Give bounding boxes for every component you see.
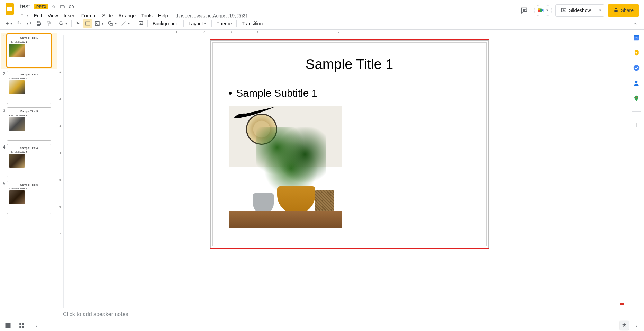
ruler-tick: 7 [59,232,61,235]
vertical-ruler[interactable]: 1 2 3 4 5 6 7 [58,35,64,308]
main-area: 1 Sample Title 1 • Sample Subtitle 1 2 S… [0,30,644,321]
slide-title-text[interactable]: Sample Title 1 [229,56,470,72]
ruler-tick: 2 [203,30,205,34]
svg-point-21 [635,81,637,83]
thumb-subtitle: • Sample Subtitle 5 [9,188,49,190]
stage[interactable]: Sample Title 1 Sample Subtitle 1 [64,35,628,308]
thumb-image [9,154,25,168]
share-label: Share [621,8,634,13]
thumb-subtitle: • Sample Subtitle 4 [9,151,49,153]
pptx-badge: .PPTX [34,4,48,9]
contacts-icon[interactable] [632,79,641,87]
share-button[interactable]: Share [608,4,639,17]
meet-button[interactable]: ▼ [534,5,552,16]
svg-point-20 [633,65,639,71]
paint-format-button[interactable] [44,19,53,28]
select-tool[interactable] [74,19,83,28]
header-bar: test .PPTX ☆ File Edit View Insert Forma… [0,0,644,17]
slide-bullet-text[interactable]: Sample Subtitle 1 [229,87,470,99]
maps-icon[interactable] [632,94,641,102]
cloud-status-icon[interactable] [68,3,75,10]
slide-canvas[interactable]: Sample Title 1 Sample Subtitle 1 [210,39,489,249]
print-button[interactable] [34,19,43,28]
notes-resize-handle[interactable] [336,317,350,321]
theme-button[interactable]: Theme [214,19,235,28]
horizontal-ruler[interactable]: 1 2 3 4 5 6 7 8 9 [58,30,628,35]
plants-graphic [256,127,326,196]
ruler-tick: 2 [59,97,61,100]
zoom-button[interactable]: ▼ [57,19,69,28]
slideshow-label: Slideshow [569,8,591,13]
toolbar: +▼ ▼ ▼ ▼ ▼ Background Layout▼ Theme Tran… [0,17,644,30]
svg-rect-26 [22,323,24,325]
thumb-image [9,80,25,94]
thumb-title: Sample Title 4 [9,146,49,150]
svg-point-14 [108,21,111,24]
slide-image[interactable] [229,106,342,228]
svg-rect-1 [7,7,12,11]
ruler-tick: 7 [338,30,339,34]
slide-thumb-3[interactable]: 3 Sample Title 3 • Sample Subtitle 3 [1,107,57,141]
slides-logo[interactable] [3,2,17,16]
slide-thumb-2[interactable]: 2 Sample Title 2 • Sample Subtitle 2 [1,71,57,104]
comment-button[interactable] [136,19,145,28]
separator [55,20,55,27]
comment-history-icon[interactable] [518,4,530,17]
redo-button[interactable] [25,19,34,28]
ruler-tick: 9 [392,30,393,34]
doc-title[interactable]: test [19,2,31,11]
textbox-tool[interactable] [83,19,92,28]
svg-rect-9 [38,24,40,25]
thumb-title: Sample Title 1 [9,36,49,39]
separator [211,20,212,27]
calendar-icon[interactable]: 31 [632,33,641,42]
thumb-image [9,190,25,204]
table-graphic [229,211,342,228]
image-tool[interactable]: ▼ [93,19,106,28]
star-icon[interactable]: ☆ [50,3,57,10]
chevron-down-icon: ▼ [546,9,549,12]
grid-view-icon[interactable] [19,322,25,330]
slide-number: 3 [1,107,7,113]
separator [147,20,148,27]
separator [632,111,641,112]
hide-filmstrip-icon[interactable]: ‹ [36,323,37,329]
explore-button[interactable] [620,321,629,330]
keep-icon[interactable] [632,48,641,57]
move-icon[interactable] [59,3,66,10]
tasks-icon[interactable] [632,64,641,72]
slide-thumb-1[interactable]: 1 Sample Title 1 • Sample Subtitle 1 [1,33,57,69]
filmstrip-view-icon[interactable] [5,322,11,330]
slide-number: 4 [1,144,7,150]
hide-sidepanel-icon[interactable]: › [632,322,641,330]
svg-point-10 [60,21,62,24]
shape-tool[interactable]: ▼ [106,19,119,28]
scroll-indicator [620,303,624,305]
slide-thumb-5[interactable]: 5 Sample Title 5 • Sample Subtitle 5 [1,181,57,214]
ruler-tick: 1 [176,30,178,34]
slideshow-button[interactable]: Slideshow [556,5,596,16]
svg-point-19 [635,52,637,54]
undo-button[interactable] [15,19,24,28]
new-slide-button[interactable]: +▼ [4,19,14,28]
thumb-title: Sample Title 2 [9,73,49,76]
layout-button[interactable]: Layout▼ [186,19,209,28]
ruler-tick: 1 [59,70,61,73]
separator [71,20,72,27]
thumb-title: Sample Title 3 [9,110,49,113]
collapse-toolbar-button[interactable] [631,19,640,28]
slideshow-dropdown[interactable]: ▼ [596,5,604,16]
slide-thumb-4[interactable]: 4 Sample Title 4 • Sample Subtitle 4 [1,144,57,177]
svg-rect-28 [22,326,24,328]
svg-rect-23 [6,323,7,328]
slide-number: 1 [1,34,7,39]
addons-icon[interactable]: + [632,121,641,129]
separator [134,20,134,27]
ruler-tick: 4 [59,151,61,154]
background-button[interactable]: Background [150,19,181,28]
thumb-image [9,44,25,57]
line-tool[interactable]: ▼ [119,19,132,28]
transition-button[interactable]: Transition [239,19,265,28]
ruler-tick: 3 [59,124,61,127]
svg-rect-27 [19,326,21,328]
